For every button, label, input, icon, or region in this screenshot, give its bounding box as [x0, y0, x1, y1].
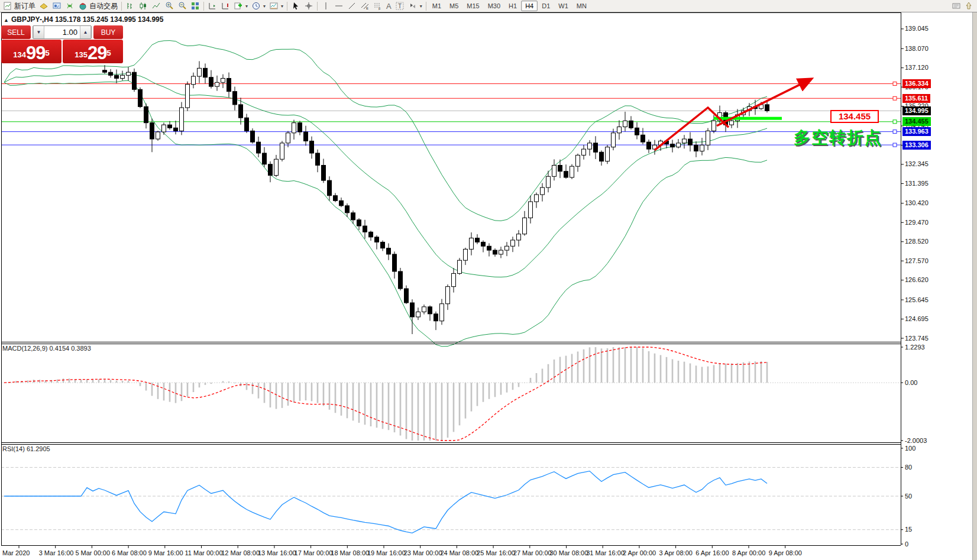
time-axis-label: 30 Mar 08:00 [550, 549, 588, 556]
rsi-line [4, 471, 767, 533]
ledger-button[interactable] [37, 1, 50, 11]
cursor-button[interactable] [289, 1, 302, 11]
text-label-tool[interactable]: T [393, 1, 406, 11]
auto-scroll-button[interactable] [206, 1, 219, 11]
templates-icon [269, 1, 279, 11]
line-chart-type-button[interactable] [150, 1, 163, 11]
time-axis-label: 31 Mar 16:00 [586, 549, 625, 556]
price-axis-tick-label: 124.695 [905, 315, 929, 322]
crosshair-icon [304, 1, 313, 11]
timeframe-button-H1[interactable]: H1 [504, 1, 521, 11]
hand-cursor-button[interactable] [963, 1, 976, 11]
timeframe-button-D1[interactable]: D1 [538, 1, 554, 11]
volume-decrease-button[interactable]: ▼ [33, 26, 44, 38]
channel-tool[interactable]: E [358, 1, 371, 11]
price-axis-tick-label: 138.070 [905, 45, 929, 52]
text-tool[interactable]: A [384, 1, 393, 11]
sell-price-handle: 134 [13, 48, 26, 62]
timeframe-button-M5[interactable]: M5 [445, 1, 462, 11]
time-axis-label: Mar 2020 [2, 549, 30, 556]
line-anchor-square[interactable] [893, 120, 897, 124]
line-anchor-square[interactable] [893, 143, 897, 147]
market-watch-button[interactable] [50, 1, 63, 11]
templates-button[interactable]: ▾ [267, 1, 285, 11]
time-axis-label: 19 Mar 16:00 [367, 549, 406, 556]
sell-button[interactable]: SELL [1, 25, 31, 39]
macd-histogram [4, 347, 767, 441]
tile-windows-button[interactable] [189, 1, 202, 11]
toolbar: 新订单 自动交易 [0, 0, 977, 12]
price-axis-tick-label: 123.745 [905, 335, 929, 342]
collapse-marker-icon[interactable]: ▲ [4, 17, 9, 23]
chart-canvas[interactable] [0, 12, 977, 560]
vertical-line-tool[interactable] [319, 1, 332, 11]
timeframe-button-M30[interactable]: M30 [484, 1, 504, 11]
symbol-quote-text: GBPJPY-,H4 135.178 135.245 134.995 134.9… [11, 15, 164, 24]
chevron-down-icon: ▾ [420, 4, 422, 9]
macd-axis-label: 0.00 [905, 379, 917, 386]
time-axis-label: 23 Mar 00:00 [404, 549, 442, 556]
support-zone-bar[interactable] [714, 117, 782, 120]
line-anchor-square[interactable] [893, 82, 897, 86]
rsi-axis-label: 80 [905, 464, 912, 471]
volume-input[interactable] [44, 26, 80, 38]
window-edge-strip [972, 12, 977, 560]
horizontal-line-tool[interactable] [332, 1, 345, 11]
separator [203, 2, 204, 11]
trendline-icon [347, 1, 357, 11]
clock-icon [251, 1, 261, 11]
zoom-out-button[interactable] [176, 1, 189, 11]
timeframe-button-M15[interactable]: M15 [462, 1, 483, 11]
ledger-icon [39, 1, 48, 11]
zoom-in-button[interactable] [163, 1, 176, 11]
bollinger-lower-band [4, 80, 767, 347]
macd-axis-label: -2.0003 [905, 437, 927, 444]
time-axis-label: 25 Mar 16:00 [477, 549, 515, 556]
bar-chart-icon [125, 1, 135, 11]
candlestick-type-button[interactable] [137, 1, 150, 11]
line-anchor-square[interactable] [893, 130, 897, 134]
sell-price-display[interactable]: 134995 [1, 40, 62, 63]
timeframe-button-H4[interactable]: H4 [521, 1, 538, 11]
time-axis-label: 24 Mar 08:00 [440, 549, 478, 556]
turning-point-annotation[interactable]: 多空转折点 [794, 127, 882, 149]
time-axis-label: 9 Mar 16:00 [148, 549, 183, 556]
periods-button[interactable]: ▾ [250, 1, 267, 11]
chart-shift-button[interactable] [219, 1, 232, 11]
time-axis-label: 3 Apr 08:00 [659, 549, 693, 556]
buy-button[interactable]: BUY [93, 25, 123, 39]
rsi-axis-label: 15 [905, 526, 912, 533]
fibonacci-tool[interactable]: F [371, 1, 384, 11]
autotrading-icon [78, 1, 88, 11]
line-anchor-square[interactable] [893, 96, 897, 100]
separator [426, 2, 426, 11]
bar-chart-type-button[interactable] [124, 1, 137, 11]
arrows-shapes-icon [408, 1, 418, 11]
bollinger-middle-band [4, 74, 767, 277]
trendline-tool[interactable] [345, 1, 358, 11]
price-axis-tick-label: 130.420 [905, 199, 929, 206]
rsi-axis-label: 50 [905, 493, 912, 500]
svg-text:F: F [378, 7, 381, 11]
autotrading-button[interactable]: 自动交易 [76, 1, 119, 11]
new-order-button[interactable]: 新订单 [1, 1, 37, 11]
timeframe-button-MN[interactable]: MN [572, 1, 591, 11]
candlestick-icon [138, 1, 148, 11]
signals-button[interactable] [63, 1, 76, 11]
autotrading-label: 自动交易 [89, 1, 118, 11]
candlestick-series [103, 61, 769, 334]
journal-button[interactable] [950, 1, 963, 11]
horizontal-line-icon [334, 1, 344, 11]
timeframe-button-W1[interactable]: W1 [554, 1, 572, 11]
crosshair-button[interactable] [302, 1, 315, 11]
timeframe-toolbar: M1M5M15M30H1H4D1W1MN [428, 1, 591, 11]
price-level-annotation-box[interactable]: 134.455 [830, 110, 879, 123]
symbol-quote-line: ▲GBPJPY-,H4 135.178 135.245 134.995 134.… [4, 15, 163, 24]
indicators-button[interactable]: ▾ [232, 1, 250, 11]
buy-price-display[interactable]: 135295 [63, 40, 123, 63]
time-axis-label: 6 Apr 16:00 [695, 549, 729, 556]
timeframe-button-M1[interactable]: M1 [428, 1, 445, 11]
arrows-tool[interactable]: ▾ [406, 1, 424, 11]
journal-icon [952, 1, 961, 11]
volume-increase-button[interactable]: ▲ [80, 26, 91, 38]
